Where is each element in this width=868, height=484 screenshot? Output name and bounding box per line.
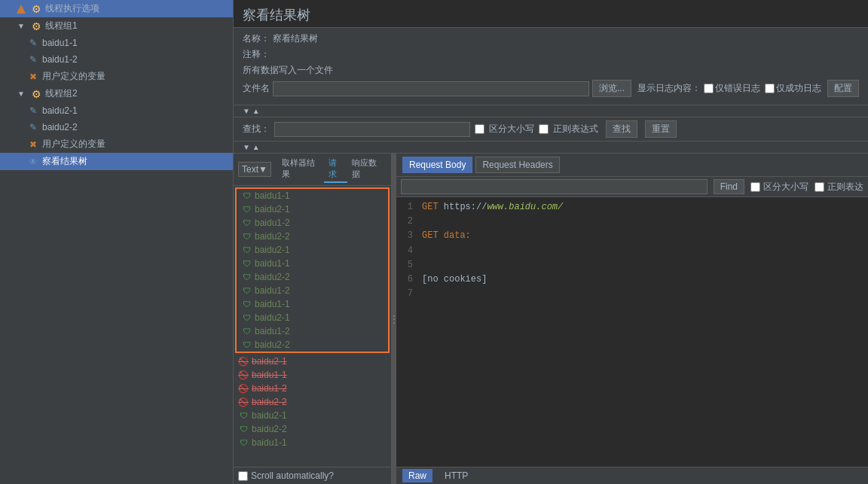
group1-cog-icon: ⚙ bbox=[30, 20, 42, 32]
tab-request-body[interactable]: Request Body bbox=[402, 157, 472, 173]
find-button2[interactable]: Find bbox=[714, 179, 744, 194]
line-content-1: GET https://www.baidu.com/ bbox=[419, 200, 563, 215]
group2-label: 线程组2 bbox=[45, 87, 78, 100]
baidu1-1-label: baidu1-1 bbox=[42, 38, 78, 48]
results-toolbar: Text ▼ 取样器结果 请求 响应数据 bbox=[234, 154, 391, 186]
result-item-3[interactable]: 🛡 baidu2-2 bbox=[237, 230, 388, 243]
find-button[interactable]: 查找 bbox=[606, 120, 637, 138]
bottom-tabs: Raw HTTP bbox=[396, 467, 868, 484]
sidebar-group1[interactable]: ▼ ⚙ 线程组1 bbox=[0, 17, 233, 35]
sidebar-item-baidu1-2[interactable]: ✎ baidu1-2 bbox=[0, 51, 233, 68]
config-button[interactable]: 配置 bbox=[827, 80, 859, 97]
sidebar-group2[interactable]: ▼ ⚙ 线程组2 bbox=[0, 85, 233, 102]
sidebar-item-baidu2-2[interactable]: ✎ baidu2-2 bbox=[0, 119, 233, 135]
success-log-checkbox[interactable] bbox=[765, 84, 775, 93]
line-content-6: [no cookies] bbox=[419, 272, 487, 287]
browse-button[interactable]: 浏览... bbox=[592, 80, 631, 97]
search-input[interactable] bbox=[274, 122, 470, 137]
baidu1-1-icon: ✎ bbox=[27, 37, 39, 49]
user-vars1-label: 用户定义的变量 bbox=[42, 70, 105, 83]
result-item-err-0[interactable]: 🚫 baidu2-1 bbox=[234, 355, 391, 368]
cog-icon: ⚙ bbox=[30, 3, 42, 15]
result-item-err-2[interactable]: 🚫 baidu1-2 bbox=[234, 382, 391, 395]
scroll-auto-label: Scroll automatically? bbox=[251, 470, 334, 481]
result-item-5[interactable]: 🛡 baidu1-1 bbox=[237, 257, 388, 270]
tab-request[interactable]: 请求 bbox=[324, 156, 348, 183]
comment-row: 注释： bbox=[243, 48, 859, 61]
result-item-err-3[interactable]: 🚫 baidu2-2 bbox=[234, 395, 391, 409]
find-input[interactable] bbox=[401, 179, 708, 194]
result-item-0[interactable]: 🛡 baidu1-1 bbox=[237, 189, 388, 202]
result-item-trail-0[interactable]: 🛡 baidu2-1 bbox=[234, 409, 391, 422]
scroll-auto-checkbox[interactable] bbox=[238, 471, 248, 481]
result-item-7[interactable]: 🛡 baidu1-2 bbox=[237, 284, 388, 297]
bottom-tab-http[interactable]: HTTP bbox=[439, 469, 474, 482]
result-label-1: baidu2-1 bbox=[255, 204, 290, 215]
result-label-6: baidu2-2 bbox=[255, 272, 290, 282]
name-label: 名称： bbox=[243, 32, 273, 45]
result-label-2: baidu1-2 bbox=[255, 218, 290, 228]
file-input[interactable] bbox=[273, 81, 589, 96]
line-num-5: 5 bbox=[396, 258, 419, 272]
shield-success-2: 🛡 bbox=[241, 218, 252, 228]
baidu2-2-icon: ✎ bbox=[27, 121, 39, 133]
regex-checkbox[interactable] bbox=[539, 124, 549, 134]
code-line-2: 2 bbox=[396, 215, 868, 229]
result-item-trail-1[interactable]: 🛡 baidu2-2 bbox=[234, 422, 391, 436]
line-num-3: 3 bbox=[396, 229, 419, 243]
form-area: 名称： 察看结果树 注释： 所有数据写入一个文件 文件名 浏览... 显示日志内… bbox=[234, 28, 868, 105]
line-num-7: 7 bbox=[396, 287, 419, 301]
user-vars2-label: 用户定义的变量 bbox=[42, 138, 105, 151]
result-label-11: baidu2-2 bbox=[255, 339, 290, 350]
text-dropdown[interactable]: Text ▼ bbox=[238, 162, 271, 177]
result-label-0: baidu1-1 bbox=[255, 190, 290, 201]
result-label-err-2: baidu1-2 bbox=[252, 383, 287, 394]
result-label-5: baidu1-1 bbox=[255, 258, 290, 269]
code-line-1: 1 GET https://www.baidu.com/ bbox=[396, 200, 868, 215]
results-tree-label: 察看结果树 bbox=[42, 155, 87, 168]
result-label-trail-0: baidu2-1 bbox=[252, 410, 287, 421]
regex2-checkbox[interactable] bbox=[815, 182, 824, 192]
code-area: 1 GET https://www.baidu.com/ 2 3 GET dat… bbox=[396, 197, 868, 467]
result-item-9[interactable]: 🛡 baidu2-1 bbox=[237, 311, 388, 324]
reset-button[interactable]: 重置 bbox=[645, 120, 677, 138]
tab-sampler-result[interactable]: 取样器结果 bbox=[277, 156, 324, 183]
baidu1-2-icon: ✎ bbox=[27, 53, 39, 65]
error-log-checkbox[interactable] bbox=[704, 84, 714, 93]
result-item-8[interactable]: 🛡 baidu1-1 bbox=[237, 297, 388, 311]
sidebar-item-baidu1-1[interactable]: ✎ baidu1-1 bbox=[0, 35, 233, 51]
main-panel: 察看结果树 名称： 察看结果树 注释： 所有数据写入一个文件 文件名 浏览...… bbox=[234, 0, 868, 484]
case2-label: 区分大小写 bbox=[763, 181, 808, 193]
result-item-2[interactable]: 🛡 baidu1-2 bbox=[237, 216, 388, 230]
method-text: GET bbox=[422, 202, 444, 212]
name-row: 名称： 察看结果树 bbox=[243, 32, 859, 45]
sidebar-item-user-vars1[interactable]: ✖ 用户定义的变量 bbox=[0, 68, 233, 85]
result-item-6[interactable]: 🛡 baidu2-2 bbox=[237, 270, 388, 284]
tab-response[interactable]: 响应数据 bbox=[347, 156, 387, 183]
sidebar-item-user-vars2[interactable]: ✖ 用户定义的变量 bbox=[0, 135, 233, 153]
result-item-4[interactable]: 🛡 baidu2-1 bbox=[237, 243, 388, 257]
result-item-10[interactable]: 🛡 baidu1-2 bbox=[237, 324, 388, 338]
bottom-tab-raw[interactable]: Raw bbox=[402, 469, 432, 482]
result-label-trail-1: baidu2-2 bbox=[252, 424, 287, 434]
code-line-4: 4 bbox=[396, 244, 868, 258]
baidu2-1-label: baidu2-1 bbox=[42, 105, 78, 116]
get-data-text: GET data: bbox=[422, 230, 471, 241]
collapse-arrow-1[interactable]: ▼ ▲ bbox=[243, 107, 260, 115]
result-item-1[interactable]: 🛡 baidu2-1 bbox=[237, 202, 388, 216]
sidebar-item-baidu2-1[interactable]: ✎ baidu2-1 bbox=[0, 102, 233, 119]
case-checkbox[interactable] bbox=[475, 124, 484, 134]
scroll-auto-row: Scroll automatically? bbox=[234, 467, 391, 484]
case2-checkbox[interactable] bbox=[750, 182, 760, 192]
line-content-3: GET data: bbox=[419, 229, 471, 243]
tab-request-headers[interactable]: Request Headers bbox=[475, 157, 559, 173]
find-bar: Find 区分大小写 正则表达 bbox=[396, 177, 868, 197]
name-value: 察看结果树 bbox=[273, 32, 318, 45]
group1-arrow-icon: ▼ bbox=[15, 20, 27, 32]
collapse-arrow-2[interactable]: ▼ ▲ bbox=[243, 143, 260, 151]
sidebar-item-results-tree[interactable]: 👁 察看结果树 bbox=[0, 153, 233, 170]
result-item-err-1[interactable]: 🚫 baidu1-1 bbox=[234, 368, 391, 382]
result-item-trail-2[interactable]: 🛡 baidu1-1 bbox=[234, 436, 391, 449]
result-item-11[interactable]: 🛡 baidu2-2 bbox=[237, 338, 388, 352]
selection-box: 🛡 baidu1-1 🛡 baidu2-1 🛡 baidu1-2 🛡 baidu… bbox=[235, 187, 390, 353]
